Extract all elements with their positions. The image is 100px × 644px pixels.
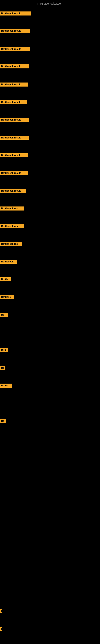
bottleneck-badge-2: Bottleneck result [0, 29, 30, 33]
bottleneck-badge-16: Bottle [0, 277, 11, 281]
bottleneck-badge-10: Bottleneck result [0, 171, 28, 175]
bottleneck-badge-21: Bottle [0, 384, 12, 388]
bottleneck-badge-22: Bo [0, 419, 6, 423]
bottleneck-badge-1: Bottleneck result [0, 12, 31, 16]
bottleneck-badge-18: Bo [0, 313, 8, 317]
bottleneck-badge-7: Bottleneck result [0, 118, 29, 122]
bottleneck-badge-17: Bottlene [0, 295, 14, 299]
bottleneck-badge-11: Bottleneck result [0, 189, 26, 193]
bottleneck-badge-12: Bottleneck res [0, 206, 24, 210]
bottleneck-badge-6: Bottleneck result [0, 100, 27, 104]
bottleneck-badge-5: Bottleneck result [0, 82, 28, 86]
bottleneck-badge-14: Bottleneck res [0, 242, 22, 246]
site-title: TheBottlenecker.com [0, 1, 100, 6]
bottleneck-badge-3: Bottleneck result [0, 47, 30, 51]
bottleneck-badge-20: Bo [0, 366, 5, 370]
bottleneck-badge-19: Bott [0, 348, 8, 352]
bottleneck-badge-15: Bottleneck [0, 260, 17, 264]
bottleneck-badge-8: Bottleneck result [0, 136, 29, 140]
bottleneck-badge-23: | [0, 609, 2, 613]
bottleneck-badge-24: | [0, 627, 2, 631]
bottleneck-badge-4: Bottleneck result [0, 64, 29, 68]
bottleneck-badge-13: Bottleneck res [0, 224, 24, 228]
bottleneck-badge-9: Bottleneck result [0, 153, 28, 158]
